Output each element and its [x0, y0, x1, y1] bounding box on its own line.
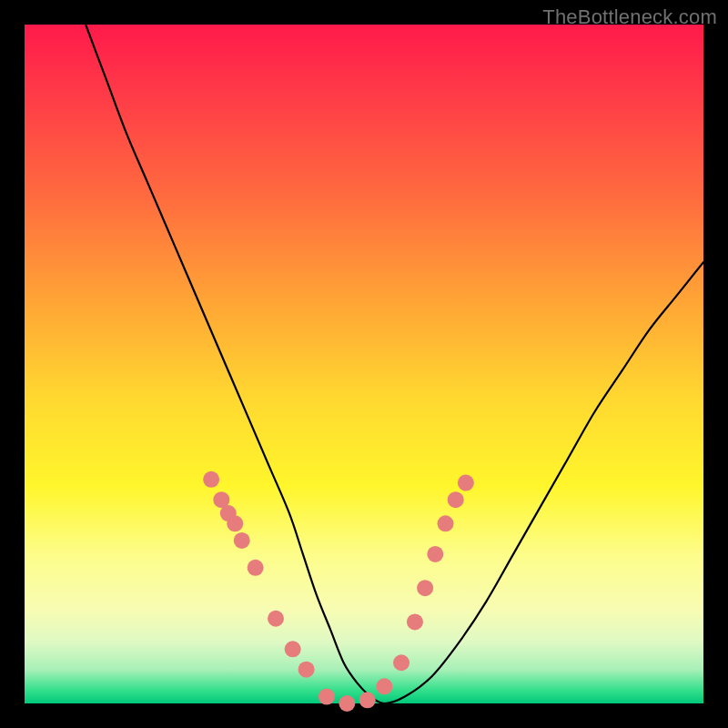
marker-dot	[376, 678, 392, 694]
marker-dot	[427, 546, 443, 562]
marker-dot	[448, 491, 464, 508]
watermark: TheBottleneck.com	[542, 5, 717, 29]
marker-dot	[458, 475, 474, 491]
marker-dot	[393, 654, 410, 671]
marker-dot	[234, 532, 250, 549]
marker-dot	[407, 613, 423, 630]
bottleneck-curve	[86, 25, 703, 703]
chart-frame	[25, 25, 703, 703]
chart-svg	[25, 25, 703, 703]
marker-dot	[417, 580, 433, 596]
marker-dot	[203, 471, 219, 488]
marker-dot	[318, 689, 335, 705]
marker-dot	[359, 692, 376, 708]
marker-dot	[339, 695, 355, 712]
marker-dot	[227, 515, 243, 531]
marker-dot	[248, 560, 264, 576]
marker-dot	[268, 611, 284, 627]
marker-dot	[298, 662, 315, 678]
marker-dot	[285, 641, 301, 657]
marker-dot	[438, 515, 454, 531]
